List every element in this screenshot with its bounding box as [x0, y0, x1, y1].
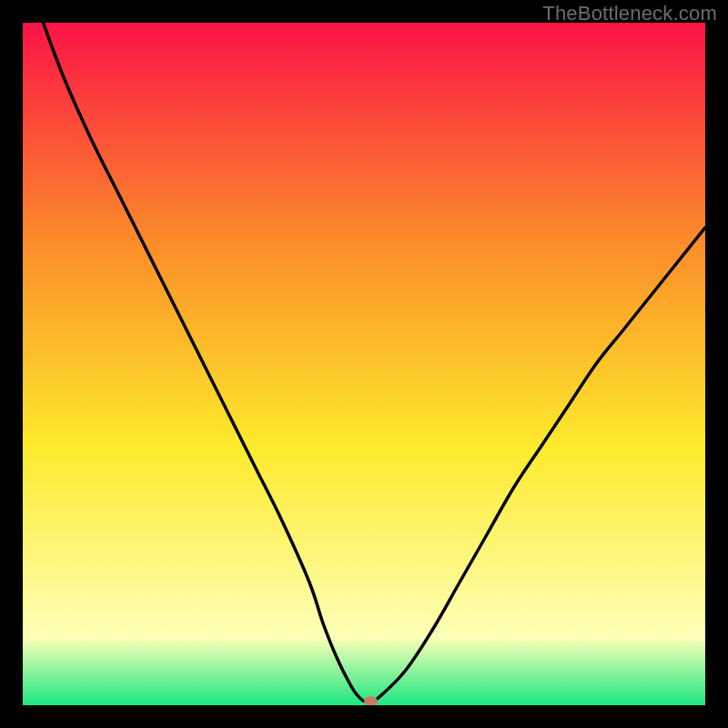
chart-frame: TheBottleneck.com	[0, 0, 728, 728]
optimum-marker	[365, 697, 378, 706]
watermark-text: TheBottleneck.com	[542, 2, 717, 25]
plot-background	[23, 23, 705, 705]
bottleneck-chart	[23, 23, 705, 705]
